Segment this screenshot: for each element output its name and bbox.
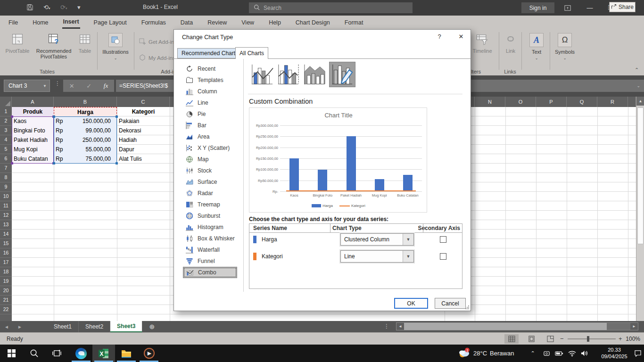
tab-home[interactable]: Home bbox=[32, 17, 49, 28]
excel-icon[interactable]: X bbox=[92, 345, 115, 362]
chart-type-dropdown-harga[interactable]: Clustered Column ▼ bbox=[340, 233, 414, 246]
sheet-tab-sheet3[interactable]: Sheet3 bbox=[110, 321, 142, 332]
chart-type-stock[interactable]: Stock bbox=[183, 165, 237, 176]
collapse-ribbon-icon[interactable]: ⌃ bbox=[635, 67, 639, 73]
row-header[interactable]: 1 bbox=[0, 107, 12, 116]
variant-clustered-column-line[interactable] bbox=[250, 63, 274, 86]
cancel-button[interactable]: Cancel bbox=[435, 298, 466, 309]
cell-b6[interactable]: Rp75.000,00 bbox=[54, 154, 117, 164]
new-sheet-icon[interactable]: ⊕ bbox=[142, 321, 161, 332]
name-box-dropdown-icon[interactable]: ▼ bbox=[43, 84, 47, 88]
cell-a1[interactable]: Produk bbox=[12, 107, 54, 116]
share-button[interactable]: Share bbox=[609, 2, 636, 12]
table-button[interactable]: Table bbox=[74, 33, 95, 54]
sheet-nav-left-icon[interactable]: ◄ bbox=[0, 321, 13, 332]
zoom-slider-track[interactable] bbox=[568, 338, 616, 339]
secondary-axis-checkbox-kategori[interactable] bbox=[440, 253, 446, 260]
weather-text[interactable]: 28°CBerawan bbox=[473, 345, 519, 362]
chart-type-box-whisker[interactable]: Box & Whisker bbox=[183, 233, 237, 244]
chart-type-templates[interactable]: Templates bbox=[183, 74, 237, 86]
row-header[interactable]: 10 bbox=[0, 192, 12, 201]
row-header[interactable]: 20 bbox=[0, 286, 12, 296]
quick-access-customize-icon[interactable]: ▾ bbox=[77, 4, 81, 11]
cell-c1[interactable]: Kategori bbox=[117, 107, 170, 116]
variant-clustered-column-line-secondary[interactable] bbox=[276, 63, 301, 86]
tab-format[interactable]: Format bbox=[344, 17, 364, 28]
undo-icon[interactable]: ⟲▾ bbox=[43, 4, 50, 12]
chart-type-sunburst[interactable]: Sunburst bbox=[183, 210, 237, 222]
cell-b1[interactable]: Harga bbox=[54, 107, 117, 116]
row-header[interactable]: 15 bbox=[0, 239, 12, 248]
dialog-close-button[interactable]: ✕ bbox=[455, 33, 467, 40]
tab-data[interactable]: Data bbox=[180, 17, 194, 28]
chart-type-histogram[interactable]: Histogram bbox=[183, 222, 237, 233]
cell-b4[interactable]: Rp250.000,00 bbox=[54, 135, 117, 145]
confirm-entry-icon[interactable]: ✓ bbox=[86, 82, 91, 90]
tab-chart-design[interactable]: Chart Design bbox=[295, 17, 331, 28]
chart-type-funnel[interactable]: Funnel bbox=[183, 255, 237, 267]
zoom-slider-thumb[interactable] bbox=[587, 336, 589, 342]
row-header[interactable]: 7 bbox=[0, 164, 12, 173]
formula-bar-dots-icon[interactable]: ⋮ bbox=[55, 80, 60, 87]
scroll-right-icon[interactable]: ► bbox=[630, 323, 638, 330]
sheet-tab-sheet1[interactable]: Sheet1 bbox=[47, 321, 79, 332]
illustrations-button[interactable]: Illustrations⌄ bbox=[100, 33, 131, 60]
row-header[interactable]: 22 bbox=[0, 305, 12, 314]
save-icon[interactable] bbox=[26, 4, 33, 13]
tab-insert[interactable]: Insert bbox=[62, 16, 80, 29]
get-addins-button[interactable]: Get Add-ins bbox=[139, 38, 177, 46]
row-header[interactable]: 16 bbox=[0, 248, 12, 258]
clock[interactable]: 20.33 09/04/2025 bbox=[598, 346, 631, 360]
vertical-scrollbar[interactable]: ▲ bbox=[636, 97, 644, 321]
insert-function-icon[interactable]: fx bbox=[104, 82, 108, 90]
tab-recommended-charts[interactable]: Recommended Charts bbox=[177, 48, 242, 58]
row-header[interactable]: 8 bbox=[0, 173, 12, 182]
chart-type-area[interactable]: Area bbox=[183, 131, 237, 142]
tray-chevron-icon[interactable]: ⌃ bbox=[527, 345, 538, 362]
chart-type-line[interactable]: Line bbox=[183, 97, 237, 108]
my-addins-button[interactable]: My Add-ins bbox=[139, 54, 175, 62]
horizontal-scroll-thumb[interactable] bbox=[404, 323, 607, 330]
timeline-button[interactable]: Timeline bbox=[469, 33, 495, 54]
cell-a2[interactable]: Kaos bbox=[12, 116, 54, 126]
cell-a5[interactable]: Mug Kopi bbox=[12, 145, 54, 154]
cell-b5[interactable]: Rp55.000,00 bbox=[54, 145, 117, 154]
name-box[interactable]: Chart 3 ▼ bbox=[4, 80, 50, 92]
battery-icon[interactable] bbox=[553, 345, 566, 362]
chart-type-bar[interactable]: Bar bbox=[183, 120, 237, 131]
cell-a6[interactable]: Buku Catatan bbox=[12, 154, 54, 164]
column-header-a[interactable]: A bbox=[12, 97, 54, 107]
link-button[interactable]: Link bbox=[501, 33, 520, 54]
start-button[interactable] bbox=[0, 345, 23, 362]
weather-icon[interactable]: 1 bbox=[455, 345, 472, 362]
horizontal-scrollbar[interactable]: ◄ ► bbox=[396, 322, 638, 330]
chevron-down-icon[interactable]: ▼ bbox=[403, 234, 413, 245]
file-explorer-icon[interactable] bbox=[115, 345, 138, 362]
sheet-nav-right-icon[interactable]: ► bbox=[13, 321, 26, 332]
tab-formulas[interactable]: Formulas bbox=[140, 17, 167, 28]
cell-b2[interactable]: Rp150.000,00 bbox=[54, 116, 117, 126]
chart-type-scatter[interactable]: X Y (Scatter) bbox=[183, 142, 237, 154]
column-header-p[interactable]: P bbox=[536, 97, 567, 107]
column-header-q[interactable]: Q bbox=[567, 97, 597, 107]
notification-icon[interactable] bbox=[632, 345, 644, 362]
tab-page-layout[interactable]: Page Layout bbox=[93, 17, 128, 28]
sheet-tab-sheet2[interactable]: Sheet2 bbox=[79, 321, 110, 332]
tab-view[interactable]: View bbox=[240, 17, 255, 28]
column-header-b[interactable]: B bbox=[54, 97, 117, 107]
cell-c2[interactable]: Pakaian bbox=[117, 116, 170, 126]
task-view-icon[interactable] bbox=[45, 345, 68, 362]
row-header[interactable]: 14 bbox=[0, 230, 12, 239]
dialog-help-button[interactable]: ? bbox=[434, 33, 445, 40]
ok-button[interactable]: OK bbox=[394, 298, 428, 309]
chart-type-combo[interactable]: Combo bbox=[183, 267, 237, 278]
dialog-resize-grip[interactable] bbox=[465, 305, 470, 310]
chart-type-column[interactable]: Column bbox=[183, 86, 237, 97]
secondary-axis-checkbox-harga[interactable] bbox=[440, 236, 446, 243]
tab-file[interactable]: File bbox=[8, 17, 19, 28]
wifi-icon[interactable] bbox=[566, 345, 578, 362]
cell-c4[interactable]: Hadiah bbox=[117, 135, 170, 145]
column-header-c[interactable]: C bbox=[117, 97, 170, 107]
chart-type-map[interactable]: Map bbox=[183, 154, 237, 165]
cell-a4[interactable]: Paket Hadiah bbox=[12, 135, 54, 145]
